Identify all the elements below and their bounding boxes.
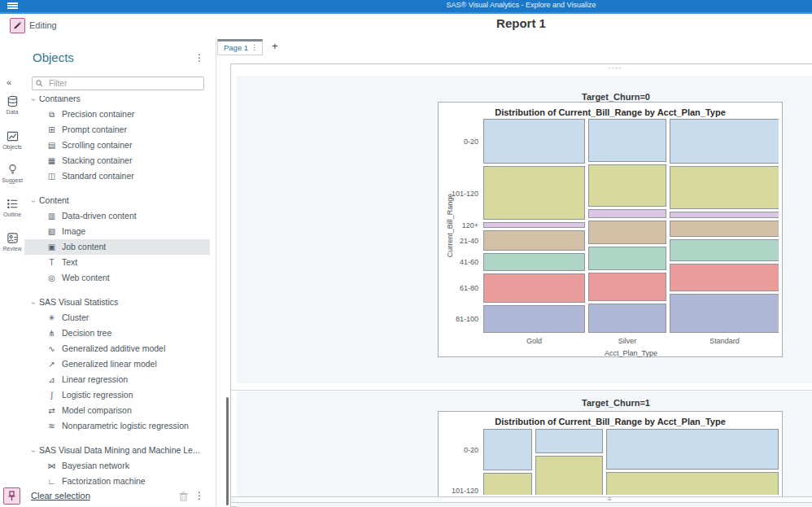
- top-app-bar: SAS® Visual Analytics - Explore and Visu…: [0, 0, 812, 14]
- tab-page-1[interactable]: Page 1 ⋮: [217, 39, 263, 55]
- mosaic-cell-gold-101-120[interactable]: [483, 166, 585, 220]
- object-item-label: Stacking container: [62, 155, 132, 165]
- object-item-generalized-linear-model[interactable]: ↗Generalized linear model: [24, 356, 210, 372]
- object-item-standard-container[interactable]: ◫Standard container: [24, 168, 210, 184]
- mosaic-chart-churn-1[interactable]: Distribution of Current_Bill_Range by Ac…: [438, 411, 783, 497]
- rail-item-objects[interactable]: Objects: [0, 130, 24, 150]
- bayesian-network-icon: ⋈: [46, 458, 57, 474]
- y-tick-label: 41-60: [441, 258, 478, 266]
- mosaic-cell-gold-61-80[interactable]: [483, 273, 585, 303]
- mosaic-cell-gold-120+[interactable]: [483, 222, 585, 228]
- mosaic-cell-silver-0-20[interactable]: [588, 119, 666, 162]
- object-item-factorization-machine[interactable]: ∟Factorization machine: [24, 474, 210, 487]
- mosaic-cell-silver-0-20[interactable]: [535, 429, 603, 453]
- object-item-job-content[interactable]: ▣Job content: [24, 239, 210, 255]
- report-canvas[interactable]: ···· Target_Churn=0 Distribution of Curr…: [230, 63, 812, 507]
- x-tick-label: Standard: [692, 337, 757, 345]
- model-comparison-icon: ⇄: [46, 403, 57, 418]
- mosaic-chart-churn-0[interactable]: Distribution of Current_Bill_Range by Ac…: [438, 102, 783, 357]
- mosaic-cell-gold-0-20[interactable]: [483, 429, 532, 470]
- clear-selection-link[interactable]: Clear selection: [31, 491, 90, 500]
- mosaic-cell-standard-81-100[interactable]: [670, 294, 779, 333]
- trash-icon[interactable]: [179, 490, 188, 505]
- mosaic-cell-standard-120+[interactable]: [670, 212, 779, 218]
- mosaic-cell-gold-101-120[interactable]: [483, 473, 532, 495]
- object-item-label: Linear regression: [62, 374, 128, 384]
- object-item-label: Generalized linear model: [62, 359, 157, 369]
- mosaic-cell-standard-101-120[interactable]: [606, 472, 779, 495]
- mosaic-cell-standard-41-60[interactable]: [670, 239, 779, 262]
- add-page-button[interactable]: +: [268, 40, 282, 52]
- filter-field[interactable]: [32, 76, 204, 90]
- object-item-generalized-additive-model[interactable]: ∿Generalized additive model: [24, 341, 210, 356]
- mosaic-cell-standard-0-20[interactable]: [670, 119, 779, 164]
- object-item-prompt-container[interactable]: ⊞Prompt container: [24, 122, 210, 138]
- objects-panel-menu-icon[interactable]: ⋮: [194, 52, 204, 63]
- y-tick-label: 120+: [441, 221, 478, 229]
- mosaic-cell-gold-21-40[interactable]: [483, 230, 585, 251]
- object-item-label: Logistic regression: [62, 390, 133, 400]
- object-item-label: Factorization machine: [62, 476, 146, 486]
- object-item-scrolling-container[interactable]: ▤Scrolling container: [24, 138, 210, 153]
- linear-regression-icon: ⊿: [46, 372, 57, 387]
- mosaic-cell-silver-120+[interactable]: [588, 209, 666, 218]
- object-item-model-comparison[interactable]: ⇄Model comparison: [24, 403, 210, 418]
- rail-item-data[interactable]: Data: [0, 95, 24, 115]
- object-item-cluster[interactable]: ✳Cluster: [24, 310, 210, 326]
- canvas-horizontal-scrollbar[interactable]: ≡: [231, 496, 812, 503]
- row-divider: [231, 390, 812, 391]
- selection-menu-icon[interactable]: ⋮: [194, 490, 204, 501]
- section-header-sas-visual-data-mining-and-machine-le-[interactable]: ›SAS Visual Data Mining and Machine Le..…: [24, 443, 210, 458]
- object-item-bayesian-network[interactable]: ⋈Bayesian network: [24, 458, 210, 474]
- pinned-panel-chip[interactable]: [3, 487, 20, 505]
- rail-item-outline[interactable]: Outline: [0, 198, 24, 217]
- mosaic-cell-silver-21-40[interactable]: [588, 221, 666, 244]
- standard-container-icon: ◫: [46, 168, 57, 184]
- object-item-decision-tree[interactable]: ⋔Decision tree: [24, 326, 210, 341]
- mosaic-cell-standard-0-20[interactable]: [606, 429, 779, 470]
- object-item-text[interactable]: TText: [24, 255, 210, 270]
- mosaic-cell-gold-41-60[interactable]: [483, 253, 585, 272]
- collapse-panel-icon[interactable]: «: [7, 77, 11, 87]
- section-label: Containers: [39, 96, 81, 103]
- object-item-logistic-regression[interactable]: ∫Logistic regression: [24, 387, 210, 403]
- object-item-nonparametric-logistic-regression[interactable]: ≋Nonparametric logistic regression: [24, 418, 210, 434]
- precision-container-icon: ⧉: [46, 107, 57, 122]
- x-tick-label: Gold: [502, 337, 567, 345]
- object-item-precision-container[interactable]: ⧉Precision container: [24, 107, 210, 122]
- container-drag-handle-icon[interactable]: ····: [599, 63, 631, 72]
- object-item-web-content[interactable]: ◎Web content: [24, 270, 210, 286]
- nonparametric-logistic-regression-icon: ≋: [46, 418, 57, 434]
- rail-item-review[interactable]: Review: [0, 232, 24, 251]
- page-tab-menu-icon[interactable]: ⋮: [251, 43, 258, 51]
- chevron-down-icon: ›: [25, 200, 41, 203]
- job-content-icon: ▣: [46, 239, 57, 255]
- objects-list-scrollbar[interactable]: [226, 397, 229, 505]
- hamburger-menu-icon[interactable]: [7, 2, 18, 10]
- left-rail: « DataObjectsSuggestOutlineReview: [0, 37, 24, 507]
- filter-input[interactable]: [47, 78, 201, 89]
- mosaic-cell-silver-101-120[interactable]: [588, 164, 666, 207]
- editing-mode-chip[interactable]: [10, 18, 25, 33]
- mosaic-cell-silver-41-60[interactable]: [588, 247, 666, 271]
- chevron-down-icon: ›: [25, 98, 41, 101]
- mosaic-cell-standard-21-40[interactable]: [670, 221, 779, 237]
- mosaic-cell-silver-81-100[interactable]: [588, 304, 666, 333]
- mosaic-cell-gold-81-100[interactable]: [483, 305, 585, 334]
- mosaic-cell-gold-0-20[interactable]: [483, 119, 585, 164]
- object-item-label: Generalized additive model: [62, 343, 165, 353]
- mosaic-cell-silver-101-120[interactable]: [535, 456, 603, 495]
- mosaic-cell-standard-61-80[interactable]: [670, 264, 779, 291]
- section-header-content[interactable]: ›Content: [24, 193, 210, 208]
- object-item-data-driven-content[interactable]: ▥Data-driven content: [24, 208, 210, 224]
- object-item-linear-regression[interactable]: ⊿Linear regression: [24, 372, 210, 387]
- mosaic-cell-silver-61-80[interactable]: [588, 273, 666, 301]
- logistic-regression-icon: ∫: [46, 387, 57, 403]
- section-header-containers[interactable]: ›Containers: [24, 96, 210, 107]
- mosaic-cell-standard-101-120[interactable]: [670, 166, 779, 210]
- data-icon: [0, 95, 24, 107]
- object-item-image[interactable]: ▧Image: [24, 224, 210, 239]
- section-header-sas-visual-statistics[interactable]: ›SAS Visual Statistics: [24, 295, 210, 310]
- object-item-stacking-container[interactable]: ▦Stacking container: [24, 153, 210, 168]
- rail-item-suggest[interactable]: Suggest: [0, 164, 24, 183]
